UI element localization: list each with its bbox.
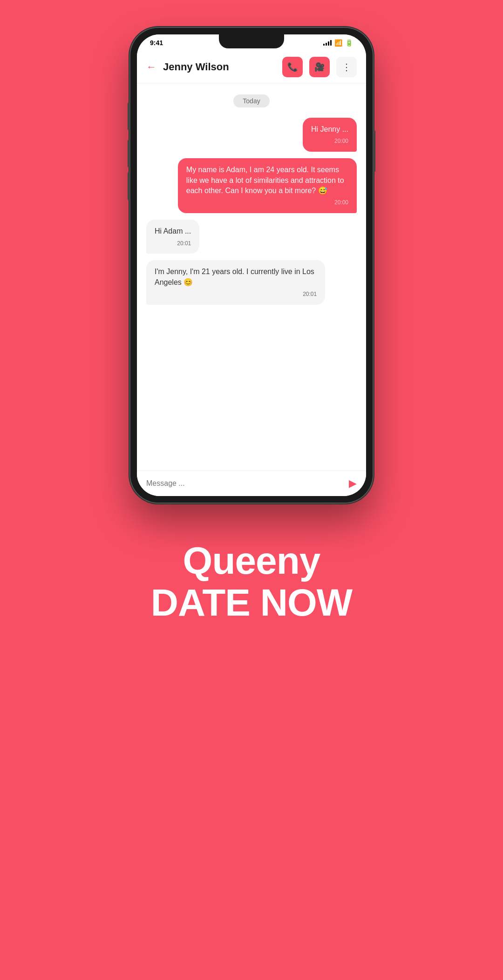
video-icon: 🎥 — [314, 62, 325, 72]
chat-messages: Today Hi Jenny ... 20:00 My name is Adam… — [137, 83, 366, 470]
phone-frame: 9:41 📶 🔋 ← Jenny Wilson 📞 — [130, 28, 373, 503]
phone-mockup: 9:41 📶 🔋 ← Jenny Wilson 📞 — [130, 28, 373, 503]
message-received-1: Hi Adam ... 20:01 — [146, 220, 199, 254]
chat-header: ← Jenny Wilson 📞 🎥 ⋮ — [137, 51, 366, 83]
message-text: Hi Adam ... — [155, 226, 191, 236]
send-button[interactable]: ▶ — [349, 477, 357, 490]
branding-line1: Queeny — [151, 540, 352, 582]
call-button[interactable]: 📞 — [282, 57, 303, 77]
message-sent-2: My name is Adam, I am 24 years old. It s… — [178, 158, 357, 213]
phone-icon: 📞 — [287, 62, 298, 72]
message-received-2: I'm Jenny, I'm 21 years old. I currently… — [146, 260, 325, 305]
wifi-icon: 📶 — [334, 39, 342, 47]
date-chip: Today — [233, 94, 269, 107]
more-icon: ⋮ — [342, 61, 351, 73]
signal-icon — [323, 40, 332, 46]
chat-input-bar: ▶ — [137, 470, 366, 496]
video-call-button[interactable]: 🎥 — [309, 57, 330, 77]
message-text: Hi Jenny ... — [311, 124, 348, 134]
contact-name: Jenny Wilson — [163, 61, 276, 73]
message-time: 20:01 — [177, 240, 191, 248]
message-input[interactable] — [146, 479, 343, 488]
message-time: 20:00 — [334, 199, 348, 207]
back-button[interactable]: ← — [146, 61, 156, 73]
message-sent-1: Hi Jenny ... 20:00 — [303, 118, 357, 152]
branding-line2: DATE NOW — [151, 582, 352, 624]
battery-icon: 🔋 — [345, 39, 353, 47]
date-divider: Today — [146, 94, 357, 107]
phone-notch — [219, 34, 284, 48]
message-text: My name is Adam, I am 24 years old. It s… — [186, 165, 348, 196]
message-time: 20:00 — [334, 137, 348, 145]
phone-screen: 9:41 📶 🔋 ← Jenny Wilson 📞 — [137, 34, 366, 496]
more-options-button[interactable]: ⋮ — [336, 57, 357, 77]
message-text: I'm Jenny, I'm 21 years old. I currently… — [155, 267, 317, 288]
branding-section: Queeny DATE NOW — [151, 540, 352, 661]
status-time: 9:41 — [150, 39, 163, 47]
status-icons: 📶 🔋 — [323, 39, 353, 47]
message-time: 20:01 — [303, 290, 317, 298]
